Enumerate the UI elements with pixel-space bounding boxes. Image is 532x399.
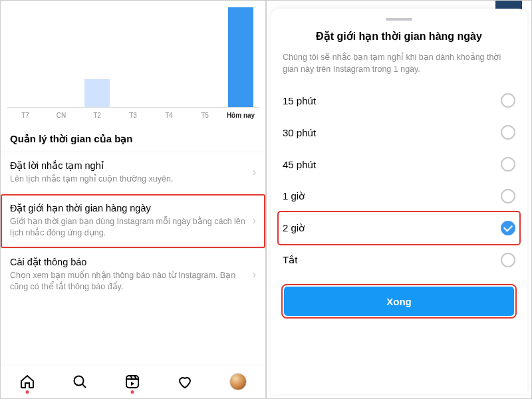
chart-label: T5 <box>187 112 223 119</box>
settings-row[interactable]: Đặt giới hạn thời gian hàng ngàyGiới hạn… <box>1 194 265 248</box>
time-option[interactable]: 15 phút <box>283 84 515 116</box>
notification-dot-icon <box>25 390 29 394</box>
chart-label: T2 <box>79 112 115 119</box>
row-subtitle: Giới hạn thời gian bạn dùng Instagram mỗ… <box>10 216 247 239</box>
time-option[interactable]: 45 phút <box>283 148 515 180</box>
option-label: 1 giờ <box>283 190 305 202</box>
row-title: Đặt lời nhắc tạm nghỉ <box>10 160 247 171</box>
home-icon[interactable] <box>19 374 35 390</box>
radio-icon <box>501 93 515 108</box>
option-label: Tắt <box>283 254 297 266</box>
chart-bar[interactable] <box>7 7 43 107</box>
settings-row[interactable]: Đặt lời nhắc tạm nghỉLên lịch nhắc tạm n… <box>1 152 265 194</box>
radio-icon <box>501 125 515 140</box>
option-label: 2 giờ <box>283 222 305 234</box>
chart-label: CN <box>43 112 79 119</box>
chart-bar[interactable] <box>79 7 115 107</box>
settings-row[interactable]: Cài đặt thông báoChọn xem bạn muốn nhận … <box>1 248 265 302</box>
radio-icon <box>501 253 515 267</box>
time-option[interactable]: 1 giờ <box>283 180 515 212</box>
row-subtitle: Lên lịch nhắc tạm nghỉ cuộn thường xuyên… <box>10 174 247 185</box>
chart-label: Hôm nay <box>223 112 259 119</box>
sheet-title: Đặt giới hạn thời gian hàng ngày <box>283 30 515 43</box>
chart-label: T3 <box>115 112 151 119</box>
reels-icon[interactable] <box>124 374 140 390</box>
chart-label: T4 <box>151 112 187 119</box>
sheet-handle-icon[interactable] <box>386 18 412 21</box>
time-option[interactable]: 30 phút <box>283 116 515 148</box>
chevron-right-icon: › <box>253 215 256 227</box>
radio-icon <box>501 189 515 203</box>
usage-chart: T7CNT2T3T4T5Hôm nay <box>1 1 265 124</box>
bottom-sheet: Đặt giới hạn thời gian hàng ngày Chúng t… <box>271 9 527 394</box>
option-label: 15 phút <box>283 95 316 106</box>
option-label: 30 phút <box>283 127 316 138</box>
time-option[interactable]: 2 giờ <box>279 212 519 244</box>
radio-checked-icon <box>501 221 515 235</box>
chevron-right-icon: › <box>253 166 256 178</box>
done-button[interactable]: Xong <box>284 287 514 316</box>
bottom-nav <box>1 364 265 398</box>
radio-icon <box>501 157 515 172</box>
option-label: 45 phút <box>283 159 316 170</box>
time-option[interactable]: Tắt <box>283 244 515 276</box>
usage-screen: T7CNT2T3T4T5Hôm nay Quản lý thời gian củ… <box>1 1 267 398</box>
chart-bar[interactable] <box>223 7 259 107</box>
chart-bar[interactable] <box>151 7 187 107</box>
row-title: Cài đặt thông báo <box>10 257 247 267</box>
heart-icon[interactable] <box>177 374 193 390</box>
chart-label: T7 <box>7 112 43 119</box>
notification-dot-icon <box>130 390 134 394</box>
svg-rect-1 <box>126 376 138 388</box>
chart-bar[interactable] <box>115 7 151 107</box>
row-title: Đặt giới hạn thời gian hàng ngày <box>10 203 247 213</box>
svg-point-0 <box>74 376 83 385</box>
chart-bar[interactable] <box>43 7 79 107</box>
chevron-right-icon: › <box>253 269 256 281</box>
search-icon[interactable] <box>72 374 88 390</box>
done-button-highlight: Xong <box>283 285 515 317</box>
row-subtitle: Chọn xem bạn muốn nhận thông báo nào từ … <box>10 270 247 293</box>
section-title: Quản lý thời gian của bạn <box>1 124 265 152</box>
chart-bar[interactable] <box>187 7 223 107</box>
sheet-description: Chúng tôi sẽ nhắc bạn tạm nghỉ khi bạn d… <box>283 52 515 75</box>
profile-avatar[interactable] <box>229 373 247 390</box>
time-limit-sheet-screen: Đặt giới hạn thời gian hàng ngày Chúng t… <box>267 1 531 398</box>
